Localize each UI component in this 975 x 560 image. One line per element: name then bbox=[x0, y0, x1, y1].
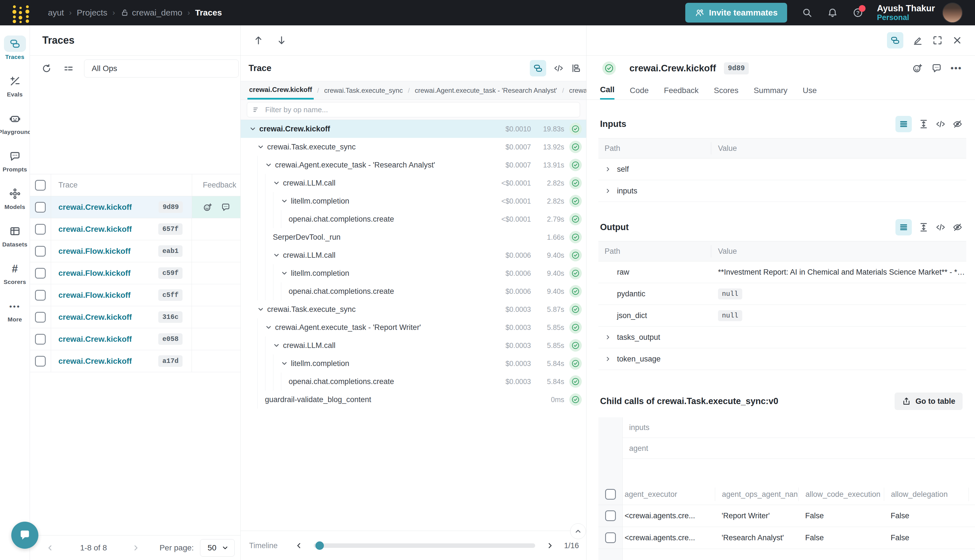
column-header[interactable]: allow_code_execution bbox=[798, 488, 884, 501]
sidebar-item-evals[interactable]: Evals bbox=[0, 73, 30, 110]
chevron-down-icon[interactable] bbox=[281, 197, 291, 205]
sidebar-item-traces[interactable]: Traces bbox=[0, 35, 30, 73]
refresh-button[interactable] bbox=[41, 63, 52, 74]
row-checkbox[interactable] bbox=[605, 510, 616, 521]
list-item[interactable]: self bbox=[598, 158, 966, 180]
chevron-right-icon[interactable] bbox=[604, 355, 617, 362]
timeline-slider[interactable] bbox=[314, 543, 535, 548]
tree-row[interactable]: crewai.Agent.execute_task - 'Research An… bbox=[240, 156, 586, 174]
table-row[interactable]: <crewai.agents.cre... 'Research Analyst'… bbox=[598, 527, 975, 549]
trace-link[interactable]: crewai.Flow.kickoff bbox=[58, 247, 130, 256]
table-row[interactable]: crewai.Crew.kickoff9d89 bbox=[30, 196, 240, 218]
add-reaction-button[interactable] bbox=[912, 63, 923, 73]
list-item[interactable]: pydantic null bbox=[598, 283, 966, 305]
tree-row[interactable]: crewai.LLM.call <$0.0001 2.82s bbox=[240, 174, 586, 192]
table-row[interactable]: crewai.Flow.kickoffc5ff bbox=[30, 284, 240, 306]
tree-row[interactable]: litellm.completion <$0.0001 2.82s bbox=[240, 192, 586, 210]
sidebar-item-more[interactable]: ●●● More bbox=[0, 298, 30, 335]
help-button[interactable] bbox=[853, 7, 863, 18]
tree-row[interactable]: crewai.LLM.call $0.0006 9.40s bbox=[240, 246, 586, 264]
tree-row[interactable]: openai.chat.completions.create <$0.0001 … bbox=[240, 210, 586, 228]
expand-rows-button[interactable] bbox=[918, 222, 929, 232]
row-checkbox[interactable] bbox=[35, 224, 46, 235]
expand-rows-button[interactable] bbox=[918, 119, 929, 129]
invite-teammates-button[interactable]: Invite teammates bbox=[685, 3, 787, 23]
sidebar-item-prompts[interactable]: Prompts bbox=[0, 148, 30, 185]
chevron-down-icon[interactable] bbox=[265, 324, 275, 331]
op-name-filter[interactable] bbox=[247, 102, 580, 117]
trace-link[interactable]: crewai.Crew.kickoff bbox=[58, 335, 132, 344]
close-panel-button[interactable] bbox=[952, 35, 963, 46]
tree-row[interactable]: crewai.Crew.kickoff $0.0010 19.83s bbox=[240, 120, 586, 138]
column-header[interactable]: agent_ops_agent_nan bbox=[715, 488, 798, 501]
row-checkbox[interactable] bbox=[35, 312, 46, 323]
row-checkbox[interactable] bbox=[35, 202, 46, 213]
hide-values-button[interactable] bbox=[952, 119, 963, 129]
column-header[interactable]: b bbox=[968, 488, 975, 501]
table-row[interactable]: crewai.Crew.kickoffa17d bbox=[30, 350, 240, 372]
chevron-down-icon[interactable] bbox=[273, 342, 283, 349]
next-page-button[interactable] bbox=[132, 543, 140, 552]
avatar[interactable] bbox=[942, 3, 963, 23]
tree-row[interactable]: crewai.LLM.call $0.0003 5.85s bbox=[240, 337, 586, 355]
column-header[interactable]: allow_delegation bbox=[884, 488, 968, 501]
sidebar-item-models[interactable]: Models bbox=[0, 185, 30, 223]
tree-row[interactable]: guardrail-validate_blog_content 0ms bbox=[240, 390, 586, 408]
row-checkbox[interactable] bbox=[35, 356, 46, 367]
trace-path-item[interactable]: crewai.Task.execute_sync bbox=[322, 81, 404, 100]
row-checkbox[interactable] bbox=[35, 334, 46, 345]
chevron-down-icon[interactable] bbox=[273, 252, 283, 259]
chevron-down-icon[interactable] bbox=[257, 143, 267, 150]
tree-row[interactable]: openai.chat.completions.create $0.0006 9… bbox=[240, 282, 586, 300]
trace-path-item[interactable]: crewai.LLM.call bbox=[568, 81, 586, 100]
timeline-next-button[interactable] bbox=[546, 542, 554, 550]
previous-page-button[interactable] bbox=[46, 543, 54, 552]
column-settings-button[interactable] bbox=[63, 63, 74, 74]
notifications-button[interactable] bbox=[827, 7, 838, 18]
raw-output-value[interactable]: **Investment Report: AI in Chemical and … bbox=[711, 268, 966, 277]
hide-values-button[interactable] bbox=[952, 222, 963, 232]
tree-row[interactable]: SerperDevTool._run 1.66s bbox=[240, 228, 586, 246]
table-row[interactable]: crewai.Flow.kickoffc59f bbox=[30, 262, 240, 284]
tab-code[interactable]: Code bbox=[630, 81, 649, 100]
chevron-down-icon[interactable] bbox=[249, 125, 259, 133]
flame-view-button[interactable] bbox=[571, 63, 581, 73]
list-view-button[interactable] bbox=[895, 116, 912, 132]
select-all-checkbox[interactable] bbox=[605, 489, 616, 500]
tab-feedback[interactable]: Feedback bbox=[664, 81, 698, 100]
trace-link[interactable]: crewai.Crew.kickoff bbox=[58, 313, 132, 322]
code-view-button[interactable] bbox=[554, 63, 564, 73]
json-view-button[interactable] bbox=[935, 119, 946, 129]
tree-view-button[interactable] bbox=[530, 60, 546, 77]
open-trace-view-button[interactable] bbox=[887, 32, 903, 48]
tree-row[interactable]: openai.chat.completions.create $0.0003 5… bbox=[240, 372, 586, 390]
previous-sibling-button[interactable] bbox=[253, 35, 264, 46]
feedback-column-header[interactable]: Feedback bbox=[192, 174, 240, 196]
list-item[interactable]: tasks_output bbox=[598, 327, 966, 348]
support-chat-button[interactable] bbox=[11, 522, 38, 549]
tab-scores[interactable]: Scores bbox=[714, 81, 738, 100]
trace-path-item[interactable]: crewai.Crew.kickoff bbox=[247, 81, 314, 100]
comment-button[interactable] bbox=[931, 63, 942, 73]
op-filter-select[interactable]: All Ops bbox=[84, 60, 239, 78]
list-item[interactable]: json_dict null bbox=[598, 305, 966, 327]
row-checkbox[interactable] bbox=[605, 532, 616, 543]
sidebar-item-datasets[interactable]: Datasets bbox=[0, 223, 30, 260]
tree-row[interactable]: crewai.Task.execute_sync $0.0003 5.87s bbox=[240, 300, 586, 318]
tree-row[interactable]: litellm.completion $0.0006 9.40s bbox=[240, 264, 586, 282]
timeline-prev-button[interactable] bbox=[294, 542, 303, 550]
list-item[interactable]: token_usage bbox=[598, 348, 966, 370]
row-checkbox[interactable] bbox=[35, 290, 46, 301]
chevron-right-icon[interactable] bbox=[604, 334, 617, 341]
chevron-down-icon[interactable] bbox=[257, 306, 267, 313]
trace-link[interactable]: crewai.Crew.kickoff bbox=[58, 357, 132, 366]
column-header[interactable]: agent_executor bbox=[622, 488, 715, 501]
trace-link[interactable]: crewai.Flow.kickoff bbox=[58, 269, 130, 278]
list-item[interactable]: raw **Investment Report: AI in Chemical … bbox=[598, 262, 966, 283]
row-checkbox[interactable] bbox=[35, 268, 46, 278]
table-row[interactable]: crewai.Crew.kickoff316c bbox=[30, 306, 240, 328]
sidebar-item-scorers[interactable]: # Scorers bbox=[0, 260, 30, 298]
tree-row[interactable]: litellm.completion $0.0003 5.84s bbox=[240, 355, 586, 372]
trace-link[interactable]: crewai.Crew.kickoff bbox=[58, 203, 132, 212]
tab-call[interactable]: Call bbox=[600, 81, 614, 100]
